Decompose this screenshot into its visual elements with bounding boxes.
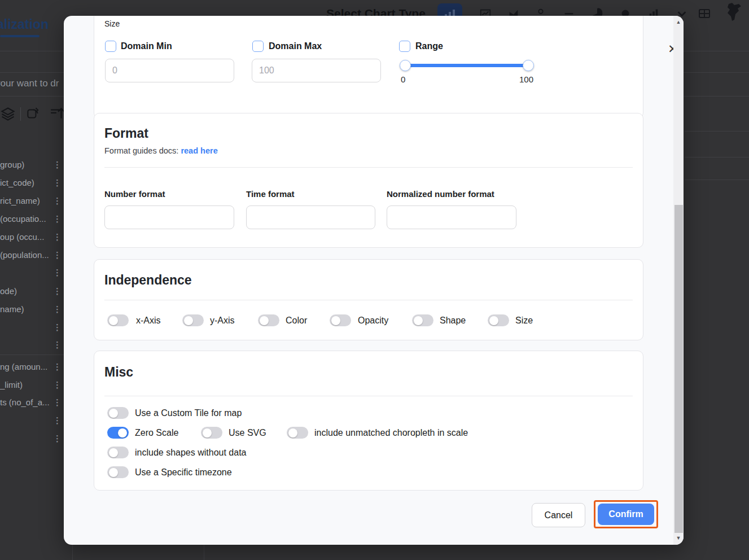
toggle-x-axis-label: x-Axis: [136, 314, 161, 326]
field-item-menu-icon[interactable]: ⋮: [53, 322, 62, 333]
range-slider-max-handle[interactable]: [523, 60, 534, 71]
range-checkbox[interactable]: [399, 41, 410, 52]
range-slider-min-handle[interactable]: [400, 60, 411, 71]
map-icon[interactable]: [721, 2, 746, 23]
toggle-use-svg-label: Use SVG: [229, 427, 266, 439]
toggle-color-label: Color: [286, 314, 307, 326]
field-item-menu-icon[interactable]: ⋮: [53, 304, 62, 314]
app-root: alization Select Chart Type: [0, 0, 749, 560]
field-item-menu-icon[interactable]: ⋮: [53, 397, 62, 408]
cancel-button[interactable]: Cancel: [532, 503, 585, 527]
field-item-menu-icon[interactable]: ⋮: [53, 214, 62, 224]
toggle-use-svg[interactable]: [201, 427, 222, 439]
domain-max-checkbox[interactable]: [252, 41, 264, 52]
toggle-opacity-label: Opacity: [358, 314, 388, 326]
field-item-label: _limit): [0, 380, 23, 390]
field-item-label: ng (amoun...: [0, 362, 47, 371]
time-format-label: Time format: [246, 189, 295, 199]
independence-section-title: Independence: [104, 273, 192, 288]
format-section-card: Format Format guides docs: read here Num…: [94, 113, 643, 248]
domain-max-input[interactable]: [252, 59, 381, 82]
time-format-input[interactable]: [246, 205, 375, 229]
bg-row-divider: [685, 180, 749, 180]
toggle-custom-tile-label: Use a Custom Tile for map: [135, 407, 242, 419]
size-section-card: Size Domain Min Domain Max Range 0 100: [94, 16, 643, 119]
table-icon[interactable]: [692, 3, 717, 24]
toggle-x-axis[interactable]: [107, 314, 129, 326]
field-item-label: oup (occu...: [0, 232, 44, 242]
domain-min-label: Domain Min: [121, 41, 172, 52]
domain-min-input[interactable]: [105, 59, 234, 82]
field-item-menu-icon[interactable]: ⋮: [53, 196, 62, 206]
bg-column-divider: [72, 545, 73, 560]
scale-settings-modal: Size Domain Min Domain Max Range 0 100 F…: [64, 16, 684, 545]
field-item-menu-icon[interactable]: ⋮: [53, 415, 62, 426]
independence-section-card: Independence x-Axis y-Axis Color Opacity…: [94, 259, 643, 340]
field-item-label: (occupatio...: [0, 214, 46, 224]
toggle-zero-scale-label: Zero Scale: [135, 427, 178, 439]
field-item-label: group): [0, 160, 24, 169]
toggle-specific-timezone[interactable]: [107, 466, 129, 478]
field-item-label: name): [0, 304, 24, 314]
pull-up-icon[interactable]: [50, 106, 65, 121]
field-item-label: ode): [0, 286, 17, 296]
toggle-shape[interactable]: [412, 314, 433, 326]
field-item-menu-icon[interactable]: ⋮: [53, 380, 62, 390]
scrollbar-up-arrow[interactable]: ▲: [673, 19, 684, 25]
modal-scrollbar-thumb[interactable]: [674, 205, 683, 533]
independence-divider: [104, 300, 633, 300]
rotate-icon[interactable]: [25, 106, 40, 121]
field-item-menu-icon[interactable]: ⋮: [53, 340, 62, 350]
format-section-title: Format: [104, 126, 148, 141]
toggle-size-label: Size: [515, 314, 533, 326]
format-docs-prefix: Format guides docs:: [104, 146, 181, 155]
number-format-label: Number format: [104, 189, 165, 199]
toggle-opacity[interactable]: [330, 314, 351, 326]
toggle-unmatched-choropleth-label: include unmatched choropleth in scale: [314, 427, 468, 439]
toggle-zero-scale[interactable]: [107, 427, 129, 439]
field-item-menu-icon[interactable]: ⋮: [53, 434, 62, 444]
read-here-link[interactable]: read here: [181, 146, 217, 155]
bg-row-divider: [685, 157, 749, 158]
toggle-specific-timezone-label: Use a Specific timezone: [135, 466, 232, 478]
misc-section-card: Misc Use a Custom Tile for map Zero Scal…: [94, 351, 643, 491]
tab-visualization[interactable]: alization: [0, 17, 49, 32]
range-slider-track[interactable]: [404, 64, 529, 67]
field-item-menu-icon[interactable]: ⋮: [53, 160, 62, 170]
field-item-menu-icon[interactable]: ⋮: [53, 362, 62, 372]
bg-row-divider: [685, 131, 749, 132]
toggle-y-axis-label: y-Axis: [210, 314, 235, 326]
tab-underline: [0, 35, 40, 37]
format-docs-line: Format guides docs: read here: [104, 146, 218, 155]
misc-section-title: Misc: [104, 365, 133, 380]
drag-prompt-text: your want to dr: [0, 78, 59, 89]
toggle-custom-tile[interactable]: [107, 407, 129, 419]
layers-icon[interactable]: [0, 106, 16, 122]
confirm-button[interactable]: Confirm: [598, 504, 654, 525]
toggle-shapes-without-data[interactable]: [107, 447, 129, 458]
field-item-label: ict_code): [0, 178, 34, 187]
domain-min-checkbox[interactable]: [105, 41, 116, 52]
toggle-shape-label: Shape: [440, 314, 466, 326]
field-list-divider: [0, 355, 72, 355]
field-item-menu-icon[interactable]: ⋮: [53, 250, 62, 260]
range-min-value: 0: [401, 75, 405, 84]
range-max-value: 100: [519, 75, 533, 84]
toggle-color[interactable]: [258, 314, 279, 326]
number-format-input[interactable]: [104, 205, 234, 229]
field-item-menu-icon[interactable]: ⋮: [53, 286, 62, 296]
normalized-number-format-input[interactable]: [387, 205, 516, 229]
field-item-menu-icon[interactable]: ⋮: [53, 232, 62, 242]
normalized-number-format-label: Normalized number format: [387, 189, 494, 199]
size-section-title: Size: [104, 19, 120, 28]
field-item-label: rict_name): [0, 196, 40, 205]
domain-max-label: Domain Max: [269, 41, 322, 52]
bg-column-divider: [204, 545, 204, 560]
scrollbar-down-arrow[interactable]: ▼: [673, 535, 684, 541]
misc-divider: [104, 396, 633, 396]
toggle-size[interactable]: [488, 314, 509, 326]
field-item-menu-icon[interactable]: ⋮: [53, 268, 62, 278]
field-item-menu-icon[interactable]: ⋮: [53, 178, 62, 188]
toggle-y-axis[interactable]: [182, 314, 204, 326]
toggle-unmatched-choropleth[interactable]: [287, 427, 308, 439]
